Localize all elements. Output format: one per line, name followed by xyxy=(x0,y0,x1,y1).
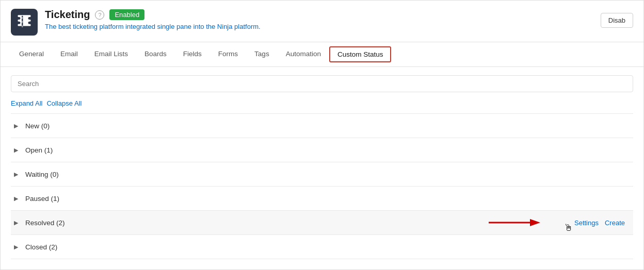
svg-rect-1 xyxy=(22,17,23,19)
create-link[interactable]: Create xyxy=(605,219,625,227)
status-label-open: Open (1) xyxy=(25,146,633,154)
tab-fields[interactable]: Fields xyxy=(175,44,210,65)
chevron-right-icon: ▶ xyxy=(11,145,21,155)
app-description: The best ticketing platform integrated s… xyxy=(45,23,261,30)
expand-collapse-row: Expand All Collapse All xyxy=(11,99,633,107)
status-item-new[interactable]: ▶ New (0) xyxy=(11,114,633,138)
status-list: ▶ New (0) ▶ Open (1) ▶ Waiting (0) ▶ Pau… xyxy=(11,113,633,259)
chevron-right-icon: ▶ xyxy=(11,121,21,131)
status-label-new: New (0) xyxy=(25,122,633,130)
tab-automation[interactable]: Automation xyxy=(278,44,329,65)
status-label-closed: Closed (2) xyxy=(25,243,633,251)
tab-forms[interactable]: Forms xyxy=(210,44,246,65)
status-label-waiting: Waiting (0) xyxy=(25,171,633,178)
tab-email[interactable]: Email xyxy=(52,44,86,65)
header: Ticketing ? Enabled The best ticketing p… xyxy=(1,1,643,42)
status-label-paused: Paused (1) xyxy=(25,195,633,202)
page-wrapper: Ticketing ? Enabled The best ticketing p… xyxy=(0,0,644,270)
arrow-indicator xyxy=(489,215,540,230)
header-title-row: Ticketing ? Enabled xyxy=(45,9,261,21)
tabs-bar: General Email Email Lists Boards Fields … xyxy=(1,42,643,67)
header-info: Ticketing ? Enabled The best ticketing p… xyxy=(45,9,261,30)
status-item-closed[interactable]: ▶ Closed (2) xyxy=(11,235,633,259)
status-item-open[interactable]: ▶ Open (1) xyxy=(11,138,633,162)
app-icon xyxy=(11,9,38,36)
chevron-right-icon: ▶ xyxy=(11,217,21,228)
app-title: Ticketing xyxy=(45,9,90,21)
chevron-right-icon: ▶ xyxy=(11,242,21,252)
tab-general[interactable]: General xyxy=(11,44,52,65)
status-item-resolved[interactable]: ▶ Resolved (2) Settings Create 🖱 xyxy=(11,211,633,235)
chevron-right-icon: ▶ xyxy=(11,169,21,179)
status-item-paused[interactable]: ▶ Paused (1) xyxy=(11,187,633,211)
search-input[interactable] xyxy=(11,75,633,92)
tab-tags[interactable]: Tags xyxy=(246,44,278,65)
status-actions: Settings Create xyxy=(574,219,625,227)
tab-custom-status[interactable]: Custom Status xyxy=(329,46,392,62)
chevron-right-icon: ▶ xyxy=(11,193,21,204)
tab-boards[interactable]: Boards xyxy=(136,44,175,65)
content-area: Expand All Collapse All ▶ New (0) ▶ Open… xyxy=(1,67,643,267)
ticket-icon xyxy=(17,14,32,30)
svg-marker-5 xyxy=(530,219,540,226)
enabled-badge: Enabled xyxy=(109,9,144,20)
red-arrow-svg xyxy=(489,215,540,230)
collapse-all-link[interactable]: Collapse All xyxy=(46,99,82,107)
svg-rect-3 xyxy=(22,25,23,27)
disable-button[interactable]: Disab xyxy=(601,13,633,28)
settings-link[interactable]: Settings xyxy=(574,219,599,227)
expand-all-link[interactable]: Expand All xyxy=(11,99,42,107)
header-left: Ticketing ? Enabled The best ticketing p… xyxy=(11,9,261,36)
status-item-waiting[interactable]: ▶ Waiting (0) xyxy=(11,162,633,187)
tab-email-lists[interactable]: Email Lists xyxy=(86,44,136,65)
help-icon[interactable]: ? xyxy=(95,10,104,20)
svg-rect-2 xyxy=(22,21,23,23)
